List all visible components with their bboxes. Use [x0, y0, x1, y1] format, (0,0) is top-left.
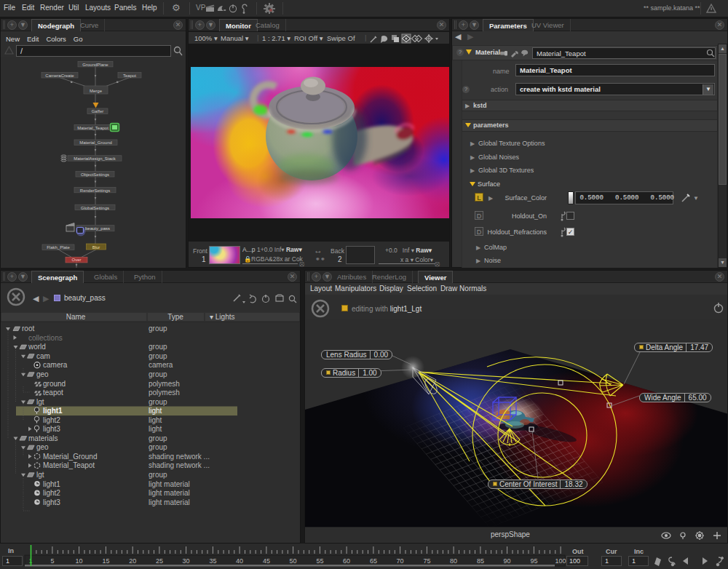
- svg-text:ObjectSettings: ObjectSettings: [81, 172, 109, 177]
- svg-text:geo: geo: [36, 370, 49, 378]
- svg-text:CameraCreate: CameraCreate: [45, 73, 74, 78]
- svg-text:Blur: Blur: [92, 245, 100, 250]
- svg-text:Teapot: Teapot: [123, 73, 136, 78]
- svg-text:polymesh: polymesh: [149, 389, 180, 397]
- svg-text:Type: Type: [167, 313, 183, 321]
- svg-text:teapot: teapot: [43, 389, 63, 397]
- svg-text:ground: ground: [43, 380, 66, 388]
- svg-text:GlobalSettings: GlobalSettings: [81, 206, 109, 210]
- svg-text:group: group: [149, 443, 167, 451]
- svg-text:MaterialAssign_Stack: MaterialAssign_Stack: [74, 156, 116, 161]
- svg-text:root: root: [22, 325, 34, 333]
- svg-text:light: light: [149, 425, 162, 433]
- svg-text:GroundPlane: GroundPlane: [82, 63, 108, 67]
- svg-text:light3: light3: [43, 498, 60, 506]
- svg-text:camera: camera: [43, 361, 68, 369]
- svg-text:light: light: [149, 407, 162, 415]
- svg-text:10: 10: [76, 557, 83, 565]
- svg-text:90: 90: [504, 557, 511, 565]
- svg-text:Material_Teapot: Material_Teapot: [77, 126, 108, 130]
- svg-text:85: 85: [477, 557, 484, 565]
- svg-text:light2: light2: [43, 416, 60, 424]
- svg-text:camera: camera: [149, 361, 173, 369]
- svg-text:group: group: [149, 398, 167, 406]
- svg-text:Name: Name: [66, 313, 86, 321]
- svg-text:group: group: [149, 325, 167, 333]
- svg-text:beauty_pass: beauty_pass: [85, 226, 110, 231]
- svg-text:collections: collections: [28, 334, 63, 342]
- svg-text:Material_Ground: Material_Ground: [43, 453, 97, 461]
- svg-text:Flakh_Plate: Flakh_Plate: [47, 245, 70, 250]
- svg-text:group: group: [149, 471, 167, 479]
- svg-text:light3: light3: [43, 425, 60, 433]
- svg-text:light material: light material: [149, 498, 190, 506]
- svg-text:shading network ...: shading network ...: [149, 453, 210, 461]
- svg-text:group: group: [149, 434, 167, 442]
- svg-text:polymesh: polymesh: [149, 380, 180, 388]
- svg-text:light1: light1: [43, 407, 63, 415]
- svg-text:30: 30: [183, 557, 190, 565]
- svg-text:80: 80: [450, 557, 457, 565]
- svg-text:Merge: Merge: [90, 89, 103, 93]
- svg-text:95: 95: [530, 557, 537, 565]
- svg-text:group: group: [149, 370, 167, 378]
- svg-text:shading network ...: shading network ...: [149, 461, 210, 469]
- svg-text:▾ Lights: ▾ Lights: [210, 313, 234, 321]
- svg-text:45: 45: [263, 557, 270, 565]
- svg-text:Material_Ground: Material_Ground: [79, 140, 112, 145]
- svg-text:65: 65: [370, 557, 377, 565]
- svg-text:group: group: [149, 352, 167, 360]
- svg-text:light material: light material: [149, 489, 190, 497]
- svg-text:75: 75: [423, 557, 430, 565]
- svg-text:15: 15: [102, 557, 109, 565]
- svg-text:lgt: lgt: [36, 471, 44, 479]
- svg-text:world: world: [28, 343, 46, 351]
- svg-text:60: 60: [343, 557, 350, 565]
- svg-text:100: 100: [555, 557, 566, 565]
- svg-text:5: 5: [50, 557, 54, 565]
- svg-text:RenderSettings: RenderSettings: [80, 188, 110, 193]
- svg-text:35: 35: [209, 557, 216, 565]
- svg-text:materials: materials: [28, 434, 58, 442]
- svg-text:Over: Over: [71, 258, 81, 262]
- svg-text:light2: light2: [43, 489, 60, 497]
- svg-text:25: 25: [156, 557, 163, 565]
- svg-text:40: 40: [236, 557, 243, 565]
- svg-text:light: light: [149, 416, 162, 424]
- svg-text:group: group: [149, 343, 167, 351]
- svg-text:light material: light material: [149, 480, 190, 488]
- svg-text:55: 55: [316, 557, 323, 565]
- svg-text:Gaffer: Gaffer: [92, 109, 104, 114]
- svg-text:geo: geo: [36, 443, 49, 451]
- svg-text:70: 70: [397, 557, 404, 565]
- svg-text:Material_Teapot: Material_Teapot: [43, 461, 95, 469]
- svg-text:1: 1: [28, 557, 32, 565]
- svg-text:cam: cam: [36, 352, 50, 360]
- svg-text:light1: light1: [43, 480, 60, 488]
- svg-text:20: 20: [129, 557, 136, 565]
- svg-text:lgt: lgt: [36, 398, 44, 406]
- svg-text:50: 50: [290, 557, 297, 565]
